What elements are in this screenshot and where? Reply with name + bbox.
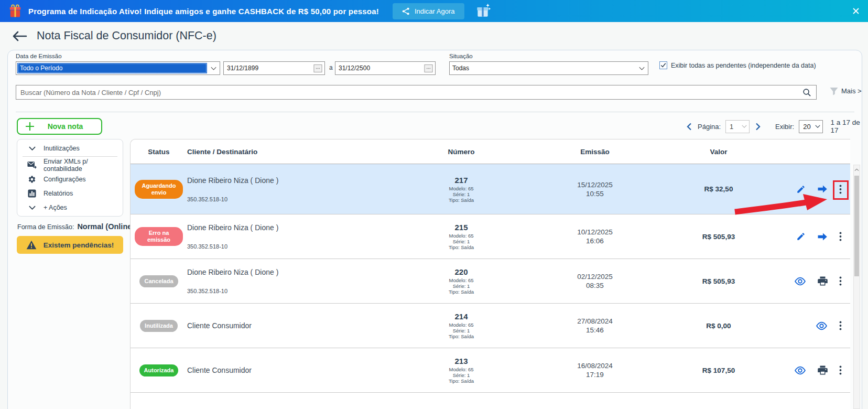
- prev-page-icon[interactable]: [686, 123, 693, 131]
- date-from-field[interactable]: [223, 61, 325, 75]
- print-button[interactable]: [818, 276, 828, 286]
- note-type: Tipo: Saída: [390, 244, 532, 250]
- print-button[interactable]: [818, 365, 828, 375]
- client-document: 350.352.518-10: [187, 196, 390, 202]
- note-model: Modelo: 65: [390, 186, 532, 191]
- row-menu-button[interactable]: [839, 365, 842, 375]
- new-note-button[interactable]: Nova nota: [17, 118, 102, 135]
- status-badge: Cancelada: [139, 275, 178, 287]
- show-label: Exibir:: [775, 123, 794, 131]
- date-to-field[interactable]: [335, 61, 436, 75]
- sidebar-item-label: + Ações: [44, 204, 67, 211]
- gear-icon: [27, 175, 37, 184]
- row-menu-button[interactable]: [839, 321, 842, 330]
- col-number: Número: [390, 148, 532, 156]
- printer-icon: [818, 365, 828, 375]
- back-arrow-icon: [12, 30, 27, 42]
- indicar-agora-button[interactable]: Indicar Agora: [393, 3, 464, 19]
- view-button[interactable]: [794, 366, 806, 375]
- sidebar-item-label: Configurações: [44, 176, 86, 183]
- table-row[interactable]: Cancelada Dione Ribeiro Niza ( Dione ) 3…: [131, 259, 850, 304]
- back-button[interactable]: [12, 30, 27, 42]
- calendar-icon[interactable]: [313, 64, 322, 73]
- note-series: Série: 1: [390, 372, 532, 378]
- titlebar: Nota Fiscal de Consumidor (NFC-e): [0, 22, 868, 50]
- gift-icon: [8, 4, 22, 18]
- table-scrollbar: [853, 165, 860, 409]
- search-icon[interactable]: [802, 88, 811, 97]
- calendar-icon[interactable]: [424, 64, 433, 73]
- sidebar-item-acoes[interactable]: + Ações: [17, 200, 123, 214]
- filter-funnel-icon[interactable]: [829, 87, 839, 96]
- client-name: Cliente Consumidor: [187, 321, 390, 330]
- view-button[interactable]: [794, 277, 806, 286]
- scrollbar-thumb[interactable]: [854, 176, 859, 276]
- chevron-down-icon: [635, 62, 648, 74]
- share-icon: [402, 7, 410, 15]
- search-box[interactable]: [16, 85, 817, 100]
- note-type: Tipo: Saída: [390, 197, 532, 203]
- page-title: Nota Fiscal de Consumidor (NFC-e): [37, 29, 216, 42]
- row-menu-button[interactable]: [839, 232, 842, 241]
- emission-date: 16/08/2024: [532, 361, 658, 370]
- send-arrow-icon: [817, 232, 828, 241]
- table-header: Status Cliente / Destinatário Número Emi…: [131, 139, 850, 164]
- sidebar-item-enviar-xmls[interactable]: Enviar XMLs p/ contabilidade: [17, 158, 123, 172]
- page-select[interactable]: 1: [725, 120, 750, 133]
- view-button[interactable]: [816, 321, 828, 330]
- notes-table: Status Cliente / Destinatário Número Emi…: [130, 139, 850, 409]
- page: Programa de Indicação Ativo! Indique ami…: [0, 0, 868, 409]
- situacao-select[interactable]: Todas: [449, 61, 648, 75]
- emission-date: 02/12/2025: [532, 272, 658, 281]
- pencil-icon: [796, 232, 806, 241]
- note-value: R$ 505,93: [658, 233, 779, 241]
- plus-icon: [25, 122, 35, 131]
- send-button[interactable]: [817, 185, 828, 193]
- row-menu-button[interactable]: [839, 276, 842, 286]
- edit-button[interactable]: [796, 232, 806, 241]
- emission-time: 16:06: [532, 236, 658, 245]
- note-model: Modelo: 65: [390, 367, 532, 372]
- sidebar-item-relatorios[interactable]: Relatórios: [17, 186, 123, 200]
- table-row[interactable]: Erro na emissão Dione Ribeiro Niza ( Dio…: [131, 214, 850, 259]
- client-name: Dione Ribeiro Niza ( Dione ): [187, 176, 390, 185]
- period-select-value: Todo o Período: [17, 63, 207, 73]
- banner-text: Programa de Indicação Ativo! Indique ami…: [28, 7, 379, 16]
- period-select[interactable]: Todo o Período: [16, 61, 220, 75]
- emission-mode: Forma de Emissão: Normal (Online): [17, 222, 134, 231]
- search-input[interactable]: [16, 89, 802, 96]
- pending-warning-button[interactable]: Existem pendências!: [17, 236, 123, 254]
- scrollbar-up-button[interactable]: [854, 165, 860, 174]
- table-row[interactable]: Inutilizada Cliente Consumidor 214 Model…: [131, 304, 850, 348]
- more-filters-link[interactable]: Mais >: [841, 87, 862, 95]
- pending-checkbox-row[interactable]: Exibir todas as pendentes (independente …: [659, 61, 816, 69]
- sidebar-item-inutilizacoes[interactable]: Inutilizações: [17, 141, 123, 155]
- pending-checkbox[interactable]: [659, 61, 667, 69]
- send-arrow-icon: [817, 185, 828, 193]
- send-button[interactable]: [817, 232, 828, 241]
- show-select[interactable]: 20: [799, 120, 822, 133]
- eye-icon: [816, 321, 828, 330]
- date-from-input[interactable]: [224, 64, 313, 72]
- note-type: Tipo: Saída: [390, 333, 532, 339]
- status-badge: Aguardando envio: [135, 180, 183, 199]
- note-number: 213: [390, 357, 532, 365]
- show-select-value: 20: [803, 123, 811, 131]
- emission-time: 10:55: [532, 189, 658, 198]
- note-type: Tipo: Saída: [390, 289, 532, 295]
- date-to-input[interactable]: [335, 64, 424, 72]
- bar-chart-icon: [27, 189, 37, 198]
- edit-button[interactable]: [796, 185, 806, 194]
- sidebar-item-configuracoes[interactable]: Configurações: [17, 172, 123, 186]
- table-row[interactable]: Autorizada Cliente Consumidor 213 Modelo…: [131, 348, 850, 393]
- note-model: Modelo: 65: [390, 322, 532, 328]
- sidebar: Inutilizações Enviar XMLs p/ contabilida…: [17, 139, 123, 217]
- client-document: 350.352.518-10: [187, 243, 390, 250]
- situacao-label: Situação: [449, 53, 473, 59]
- banner-close-icon[interactable]: [852, 7, 860, 15]
- pagination: Página: 1 Exibir: 20 1 a 17 de 17: [686, 119, 868, 134]
- next-page-icon[interactable]: [754, 123, 762, 131]
- emission-date: 27/08/2024: [532, 317, 658, 326]
- note-series: Série: 1: [390, 191, 532, 197]
- chevron-down-icon: [742, 125, 747, 128]
